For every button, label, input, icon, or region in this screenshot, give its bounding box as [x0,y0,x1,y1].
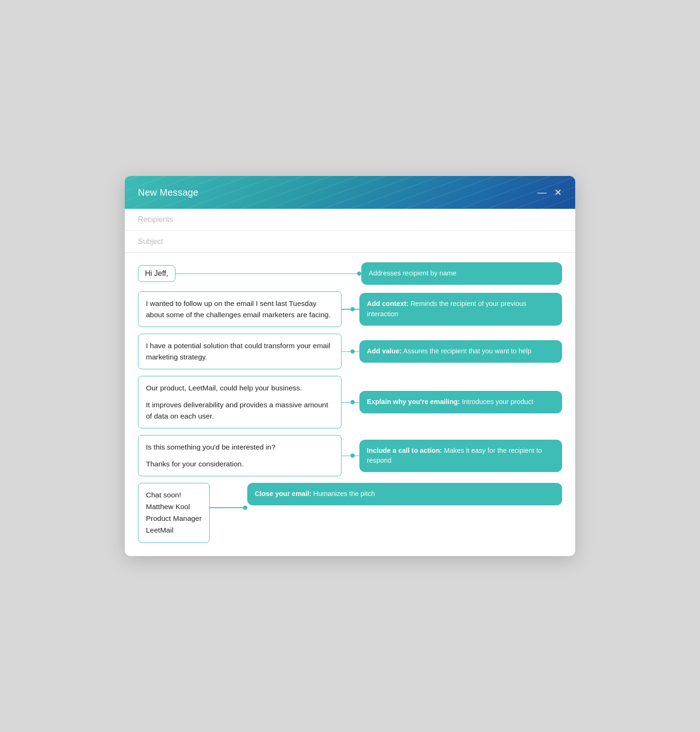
value-row: I have a potential solution that could t… [138,334,562,369]
explain-line-1: Our product, LeetMail, could help your b… [146,382,334,394]
minimize-button[interactable]: — [537,188,547,197]
greeting-annotation-text: Addresses recipient by name [369,269,457,277]
sig-line-1: Chat soon! [146,489,202,501]
close-annotation: Close your email: Humanizes the pitch [247,483,562,505]
cta-line-1: Is this something you'd be interested in… [146,442,334,453]
context-text: I wanted to follow up on the email I sen… [146,299,331,319]
context-annotation: Add context: Reminds the recipient of yo… [359,293,562,326]
value-text: I have a potential solution that could t… [146,342,330,361]
window-title: New Message [138,187,198,198]
value-ann-bold: Add value: [367,347,402,355]
context-row: I wanted to follow up on the email I sen… [138,291,562,327]
value-ann-rest: Assures the recipient that you want to h… [402,347,531,355]
cta-ann-bold: Include a call to action: [367,447,442,454]
greeting-row: Hi Jeff, Addresses recipient by name [138,262,562,285]
subject-field-row [125,231,575,253]
context-connector [342,309,359,310]
email-compose-window: New Message — ✕ Hi Jeff, Addresses recip… [125,176,575,556]
subject-input[interactable] [138,237,562,246]
sig-line-4: LeetMail [146,525,202,536]
signature-box: Chat soon! Matthew Kool Product Manager … [138,483,210,542]
signature-row: Chat soon! Matthew Kool Product Manager … [138,483,562,542]
close-button[interactable]: ✕ [554,188,562,197]
greeting-connector-line [175,274,361,274]
cta-box: Is this something you'd be interested in… [138,435,342,476]
value-annotation: Add value: Assures the recipient that yo… [359,340,562,363]
explain-line-2: It improves deliverability and provides … [146,399,334,422]
context-ann-bold: Add context: [367,300,409,307]
greeting-box: Hi Jeff, [138,265,175,282]
close-ann-bold: Close your email: [255,490,312,497]
email-body-area: Hi Jeff, Addresses recipient by name I w… [125,253,575,556]
close-ann-rest: Humanizes the pitch [312,490,375,497]
cta-line-2: Thanks for your consideration. [146,458,334,470]
window-controls: — ✕ [537,188,562,197]
cta-row: Is this something you'd be interested in… [138,435,562,476]
context-box: I wanted to follow up on the email I sen… [138,291,342,327]
titlebar: New Message — ✕ [125,176,575,209]
cta-annotation: Include a call to action: Makes it easy … [359,440,562,473]
recipients-input[interactable] [138,215,562,224]
greeting-annotation: Addresses recipient by name [361,262,562,285]
cta-connector [342,456,359,457]
email-content-col: Hi Jeff, Addresses recipient by name I w… [138,262,562,542]
value-box: I have a potential solution that could t… [138,334,342,369]
explain-row: Our product, LeetMail, could help your b… [138,376,562,428]
explain-ann-rest: Introduces your product [460,398,533,405]
explain-connector [342,402,359,403]
sig-line-3: Product Manager [146,513,202,525]
signature-connector [210,507,247,508]
sig-line-2: Matthew Kool [146,501,202,513]
explain-box: Our product, LeetMail, could help your b… [138,376,342,428]
explain-ann-bold: Explain why you're emailing: [367,398,460,405]
greeting-text: Hi Jeff, [145,269,168,278]
explain-annotation: Explain why you're emailing: Introduces … [359,391,562,413]
value-connector [342,351,359,352]
recipients-field-row [125,209,575,231]
